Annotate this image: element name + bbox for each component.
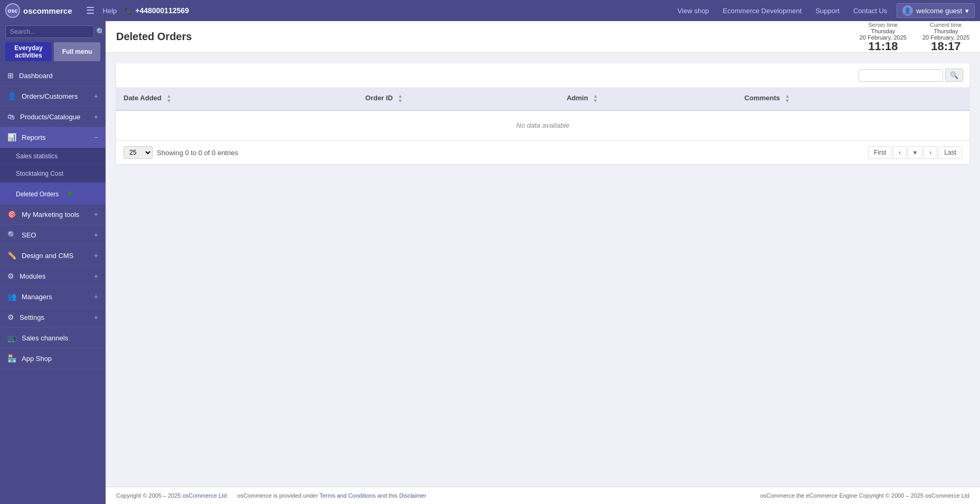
search-input[interactable] <box>5 25 94 38</box>
table-search-button[interactable]: 🔍 <box>945 69 963 82</box>
sidebar-item-products-catalogue[interactable]: 🛍 Products/Catalogue + <box>0 107 106 127</box>
top-navigation: osc oscommerce ☰ Help 📞 +448000112569 Vi… <box>0 0 980 21</box>
page-footer: Copyright © 2005 – 2025 osCommerce Ltd o… <box>106 487 980 504</box>
sort-icon-admin[interactable]: ▲▼ <box>593 94 598 103</box>
sort-icon-date[interactable]: ▲▼ <box>166 94 171 103</box>
settings-icon: ⚙ <box>7 313 14 321</box>
server-time-label: Server time <box>860 22 907 28</box>
products-icon: 🛍 <box>7 112 15 121</box>
sidebar-subitem-stocktaking-cost[interactable]: Stocktaking Cost <box>0 165 106 183</box>
pagination-prev[interactable]: ‹ <box>893 146 907 159</box>
deleted-orders-table-container: 🔍 Date Added ▲▼ Order ID ▲▼ <box>116 63 969 164</box>
footer-middle: osCommerce is provided under Terms and C… <box>237 492 426 499</box>
sidebar-item-marketing-tools[interactable]: 🎯 My Marketing tools + <box>0 204 106 225</box>
current-time-block: Current time Thursday 20 February, 2025 … <box>922 22 969 52</box>
sidebar-item-label: App Shop <box>22 355 98 363</box>
table-toolbar: 🔍 <box>116 63 969 88</box>
expand-icon: + <box>94 292 98 301</box>
content-header: Deleted Orders Server time Thursday 20 F… <box>106 21 980 53</box>
sales-channels-icon: 📺 <box>7 334 16 342</box>
deleted-orders-table: Date Added ▲▼ Order ID ▲▼ Admin ▲▼ <box>116 88 969 140</box>
entries-count-label: Showing 0 to 0 of 0 entries <box>157 149 238 157</box>
search-icon[interactable]: 🔍 <box>96 27 105 36</box>
time-section: Server time Thursday 20 February, 2025 1… <box>860 22 969 52</box>
full-menu-button[interactable]: Full menu <box>54 42 100 61</box>
table-search-input[interactable] <box>859 69 943 82</box>
sidebar: 🔍 Everyday activities Full menu ⊞ Dashbo… <box>0 21 106 504</box>
sidebar-item-settings[interactable]: ⚙ Settings + <box>0 307 106 328</box>
sidebar-item-label: My Marketing tools <box>22 211 94 218</box>
expand-icon: + <box>94 272 98 280</box>
logo[interactable]: osc oscommerce <box>5 3 72 18</box>
sidebar-item-label: Dashboard <box>19 72 98 80</box>
active-arrow: ➤ <box>66 187 74 199</box>
sidebar-item-label: Modules <box>20 272 94 280</box>
table-header: Date Added ▲▼ Order ID ▲▼ Admin ▲▼ <box>116 88 969 110</box>
sidebar-mode-buttons: Everyday activities Full menu <box>0 42 106 65</box>
sidebar-item-modules[interactable]: ⚙ Modules + <box>0 266 106 287</box>
sidebar-item-orders-customers[interactable]: 👤 Orders/Customers + <box>0 86 106 107</box>
entries-per-page-select[interactable]: 25 50 100 <box>124 146 153 159</box>
design-icon: ✏️ <box>7 251 16 260</box>
sidebar-item-sales-channels[interactable]: 📺 Sales channels <box>0 328 106 348</box>
col-order-id: Order ID ▲▼ <box>358 88 559 110</box>
sidebar-item-seo[interactable]: 🔍 SEO + <box>0 225 106 245</box>
server-time-block: Server time Thursday 20 February, 2025 1… <box>860 22 907 52</box>
col-admin: Admin ▲▼ <box>559 88 737 110</box>
pagination-last[interactable]: Last <box>938 146 962 159</box>
content-body: 🔍 Date Added ▲▼ Order ID ▲▼ <box>106 53 980 487</box>
footer-right: osCommerce the eCommerce Engine Copyrigh… <box>760 492 969 499</box>
contact-us-link[interactable]: Contact Us <box>849 7 891 15</box>
pagination-first[interactable]: First <box>868 146 892 159</box>
collapse-icon: − <box>94 133 98 141</box>
pagination-dropdown[interactable]: ▾ <box>908 146 922 159</box>
hamburger-icon[interactable]: ☰ <box>83 5 98 16</box>
no-data-row: No data available <box>116 110 969 140</box>
managers-icon: 👥 <box>7 292 16 301</box>
sidebar-item-label: Design and CMS <box>22 252 94 260</box>
sidebar-item-design-cms[interactable]: ✏️ Design and CMS + <box>0 245 106 266</box>
ecommerce-dev-link[interactable]: Ecommerce Development <box>719 7 806 15</box>
disclaimer-link[interactable]: Disclaimer <box>399 492 426 499</box>
sort-icon-order-id[interactable]: ▲▼ <box>398 94 402 103</box>
expand-icon: + <box>94 92 98 100</box>
logo-text: oscommerce <box>23 6 72 15</box>
server-clock: 11:18 <box>860 41 907 52</box>
expand-icon: + <box>94 251 98 260</box>
table-body: No data available <box>116 110 969 140</box>
app-shop-icon: 🏪 <box>7 354 16 363</box>
marketing-icon: 🎯 <box>7 210 16 218</box>
sidebar-item-label: Orders/Customers <box>22 92 94 100</box>
sidebar-item-app-shop[interactable]: 🏪 App Shop <box>0 348 106 369</box>
sort-icon-comments[interactable]: ▲▼ <box>785 94 790 103</box>
sidebar-subitem-deleted-orders[interactable]: Deleted Orders ➤ <box>0 183 106 204</box>
support-link[interactable]: Support <box>811 7 844 15</box>
seo-icon: 🔍 <box>7 231 16 239</box>
sidebar-item-dashboard[interactable]: ⊞ Dashboard <box>0 65 106 86</box>
help-link[interactable]: Help <box>103 7 117 15</box>
reports-icon: 📊 <box>7 133 16 141</box>
sidebar-item-reports[interactable]: 📊 Reports − <box>0 127 106 148</box>
entries-info: 25 50 100 Showing 0 to 0 of 0 entries <box>124 146 238 159</box>
main-layout: 🔍 Everyday activities Full menu ⊞ Dashbo… <box>0 21 980 504</box>
terms-link[interactable]: Terms and Conditions <box>319 492 375 499</box>
sidebar-search-container: 🔍 <box>0 21 106 42</box>
pagination-next[interactable]: › <box>924 146 937 159</box>
table-search-wrap: 🔍 <box>859 69 963 82</box>
sidebar-item-managers[interactable]: 👥 Managers + <box>0 287 106 307</box>
expand-icon: + <box>94 210 98 218</box>
sidebar-item-label: SEO <box>22 231 94 239</box>
page-title: Deleted Orders <box>116 31 860 43</box>
logo-icon: osc <box>5 3 20 18</box>
current-clock: 18:17 <box>922 41 969 52</box>
everyday-activities-button[interactable]: Everyday activities <box>5 42 52 61</box>
footer-copyright: Copyright © 2005 – 2025 osCommerce Ltd <box>116 492 227 499</box>
sidebar-subitem-sales-statistics[interactable]: Sales statistics <box>0 148 106 165</box>
view-shop-link[interactable]: View shop <box>673 7 713 15</box>
reports-submenu: Sales statistics Stocktaking Cost Delete… <box>0 148 106 204</box>
oscommerce-link[interactable]: osCommerce Ltd <box>183 492 227 499</box>
user-menu-button[interactable]: 👤 welcome guest ▾ <box>897 3 975 18</box>
col-date-added: Date Added ▲▼ <box>116 88 358 110</box>
sidebar-item-label: Products/Catalogue <box>20 113 94 121</box>
phone-number: 📞 +448000112569 <box>124 6 189 15</box>
